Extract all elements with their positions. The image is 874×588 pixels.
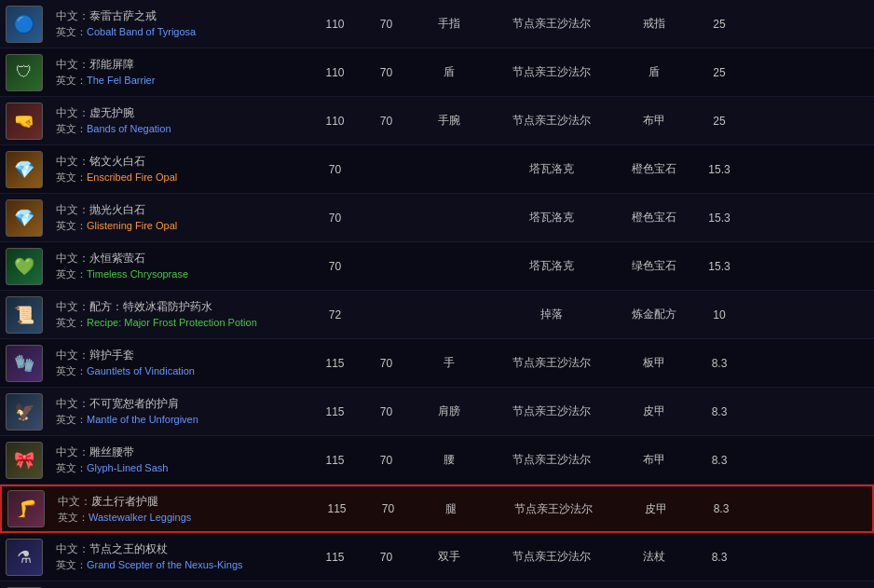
item-name-en: 英文：Grand Scepter of the Nexus-Kings	[56, 557, 302, 573]
item-name-cell: 中文：废土行者护腿 英文：Wastewalker Leggings	[50, 489, 311, 529]
item-required-level: 70	[361, 454, 412, 467]
item-required-level: 70	[361, 66, 412, 79]
item-score: 15.3	[691, 212, 747, 225]
item-slot: 手腕	[412, 113, 486, 129]
item-source: 掉落	[486, 307, 617, 322]
item-score: 25	[691, 18, 747, 31]
item-name-cn: 中文：泰雷古萨之戒	[56, 7, 302, 24]
item-type: 布甲	[617, 113, 691, 129]
table-row[interactable]: 🎀 中文：雕丝腰带 英文：Glyph-Lined Sash 115 70 腰 节…	[0, 436, 874, 485]
table-row[interactable]: 🦵 中文：废土行者护腿 英文：Wastewalker Leggings 115 …	[0, 485, 874, 533]
item-required-level: 70	[361, 551, 412, 564]
item-score: 8.3	[691, 357, 747, 370]
item-icon-cell: 🦅	[0, 390, 48, 434]
item-slot: 腰	[412, 452, 486, 468]
table-row[interactable]: 🤜 中文：虚无护腕 英文：Bands of Negation 110 70 手腕…	[0, 97, 874, 145]
item-icon-cell: 🧤	[0, 341, 48, 386]
item-slot: 盾	[412, 64, 486, 80]
item-name-cn: 中文：辩护手套	[56, 347, 302, 363]
item-icon-cell: 💎	[0, 147, 48, 192]
en-label: 英文：	[56, 75, 87, 86]
en-label: 英文：	[56, 414, 87, 425]
cn-label: 中文：	[56, 203, 89, 216]
item-level: 70	[309, 260, 361, 273]
item-level: 110	[309, 18, 361, 31]
en-label: 英文：	[56, 317, 87, 328]
item-score: 8.3	[691, 454, 747, 467]
en-label: 英文：	[56, 26, 87, 37]
item-score: 15.3	[691, 163, 747, 176]
item-level: 115	[309, 357, 361, 370]
en-label: 英文：	[58, 512, 89, 523]
item-icon: 🦅	[6, 393, 43, 431]
item-name-cn: 中文：铭文火白石	[56, 153, 302, 170]
item-icon-cell: 📜	[0, 293, 48, 337]
cn-label: 中文：	[56, 445, 89, 458]
table-row[interactable]: 🔵 中文：泰雷古萨之戒 英文：Cobalt Band of Tyrigosa 1…	[0, 0, 874, 48]
table-row[interactable]: 📜 中文：配方：特效冰霜防护药水 英文：Recipe: Major Frost …	[0, 291, 874, 339]
item-type: 橙色宝石	[617, 210, 691, 226]
item-required-level: 70	[361, 357, 412, 370]
item-name-cn: 中文：邪能屏障	[56, 56, 302, 73]
item-level: 110	[309, 66, 361, 79]
cn-label: 中文：	[56, 106, 89, 119]
table-row[interactable]: 💎 中文：铭文火白石 英文：Enscribed Fire Opal 70 塔瓦洛…	[0, 145, 874, 194]
table-row[interactable]: 💎 中文：抛光火白石 英文：Glistening Fire Opal 70 塔瓦…	[0, 194, 874, 242]
en-label: 英文：	[56, 268, 87, 280]
item-icon-cell: 🪓	[0, 583, 48, 589]
item-name-en: 英文：Glistening Fire Opal	[56, 218, 302, 234]
table-row[interactable]: 🛡 中文：邪能屏障 英文：The Fel Barrier 110 70 盾 节点…	[0, 48, 874, 97]
cn-label: 中文：	[56, 542, 89, 555]
item-icon: 🦵	[7, 490, 45, 527]
item-required-level: 70	[361, 18, 412, 31]
item-level: 110	[309, 115, 361, 128]
item-name-cn: 中文：节点之王的权杖	[56, 540, 302, 557]
en-label: 英文：	[56, 462, 87, 473]
item-icon: 🛡	[6, 54, 43, 91]
table-row[interactable]: 💚 中文：永恒紫萤石 英文：Timeless Chrysoprase 70 塔瓦…	[0, 242, 874, 291]
item-level: 70	[309, 212, 361, 225]
item-type: 板甲	[617, 355, 691, 371]
item-score: 8.3	[691, 551, 747, 564]
item-icon-cell: 💚	[0, 244, 48, 289]
table-row[interactable]: 🦅 中文：不可宽恕者的护肩 英文：Mantle of the Unforgive…	[0, 388, 874, 436]
item-name-cell: 中文：雕丝腰带 英文：Glyph-Lined Sash	[48, 440, 309, 480]
item-table: 🔵 中文：泰雷古萨之戒 英文：Cobalt Band of Tyrigosa 1…	[0, 0, 874, 588]
cn-label: 中文：	[56, 155, 89, 168]
item-required-level: 70	[361, 405, 412, 418]
item-icon: 🔵	[6, 6, 43, 43]
item-name-en: 英文：Cobalt Band of Tyrigosa	[56, 24, 302, 40]
item-name-en: 英文：Bands of Negation	[56, 121, 302, 137]
item-level: 115	[309, 454, 361, 467]
item-icon-cell: 🤜	[0, 99, 48, 144]
table-row[interactable]: 🧤 中文：辩护手套 英文：Gauntlets of Vindication 11…	[0, 339, 874, 388]
item-type: 布甲	[617, 452, 691, 468]
item-name-cell: 中文：配方：特效冰霜防护药水 英文：Recipe: Major Frost Pr…	[48, 294, 309, 335]
item-icon-cell: 🦵	[2, 486, 50, 531]
item-slot: 手	[412, 355, 486, 371]
item-name-cell: 中文：铭文火白石 英文：Enscribed Fire Opal	[48, 149, 309, 189]
en-label: 英文：	[56, 220, 87, 231]
item-icon: 🧤	[6, 345, 43, 382]
item-level: 115	[309, 405, 361, 418]
table-row[interactable]: 🪓 中文：节点之王的战斧 英文：Axe of the Nexus-Kings 1…	[0, 581, 874, 588]
item-name-cell: 中文：节点之王的权杖 英文：Grand Scepter of the Nexus…	[48, 537, 309, 577]
en-label: 英文：	[56, 365, 87, 376]
item-icon: 💎	[6, 151, 43, 188]
item-score: 10	[691, 308, 747, 321]
item-source: 塔瓦洛克	[486, 210, 617, 226]
item-source: 节点亲王沙法尔	[486, 403, 617, 419]
item-type: 炼金配方	[617, 307, 691, 322]
item-name-cell: 中文：泰雷古萨之戒 英文：Cobalt Band of Tyrigosa	[48, 4, 309, 44]
table-row[interactable]: ⚗ 中文：节点之王的权杖 英文：Grand Scepter of the Nex…	[0, 533, 874, 581]
cn-label: 中文：	[56, 397, 89, 410]
item-type: 皮甲	[617, 403, 691, 419]
item-score: 25	[691, 115, 747, 128]
item-type: 皮甲	[619, 501, 693, 517]
item-required-level: 70	[361, 115, 412, 128]
item-name-cn: 中文：虚无护腕	[56, 104, 302, 121]
item-source: 节点亲王沙法尔	[486, 113, 617, 129]
item-icon-cell: 💎	[0, 196, 48, 240]
cn-label: 中文：	[56, 252, 89, 265]
item-name-cn: 中文：雕丝腰带	[56, 444, 302, 460]
